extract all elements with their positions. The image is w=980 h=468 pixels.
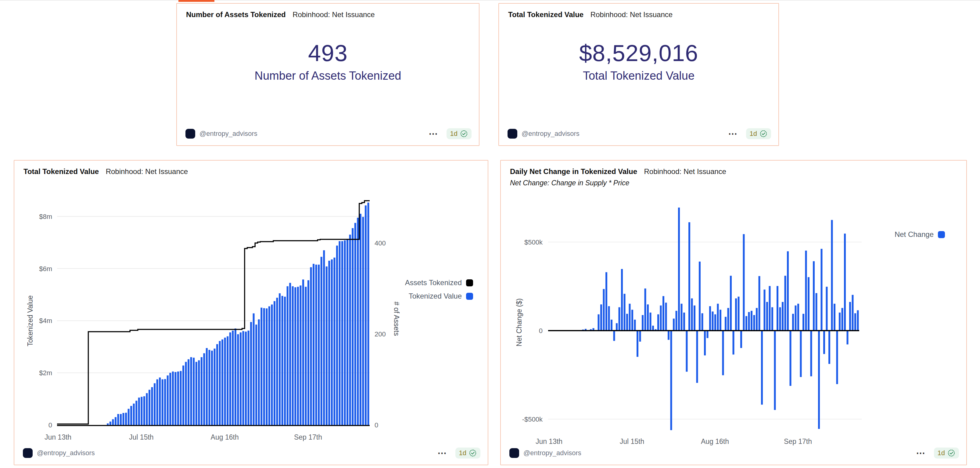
verified-check-icon xyxy=(947,449,955,457)
author-handle[interactable]: @entropy_advisors xyxy=(37,449,95,457)
card-tokenized-value-chart: 0$2m$4m$6m$8m0200400Jun 13thJul 15thAug … xyxy=(14,160,488,465)
card-title: Number of Assets Tokenized xyxy=(186,10,286,19)
entropy-advisors-logo xyxy=(23,448,33,458)
legend-item-tokenized-value[interactable]: Tokenized Value xyxy=(409,292,473,300)
svg-text:Sep 17th: Sep 17th xyxy=(294,433,322,441)
svg-text:Jun 13th: Jun 13th xyxy=(45,433,72,441)
entropy-advisors-logo xyxy=(509,448,519,458)
svg-text:Sep 17th: Sep 17th xyxy=(784,438,812,446)
entropy-advisors-logo xyxy=(508,129,517,139)
legend-item-assets-tokenized[interactable]: Assets Tokenized xyxy=(405,278,473,287)
age-label: 1d xyxy=(938,449,945,457)
y-axis-title: Net Change ($) xyxy=(515,298,523,346)
card-daily-net-change-chart: -$500k0$500kJun 13thJul 15thAug 16thSep … xyxy=(500,160,967,465)
svg-text:Jul 15th: Jul 15th xyxy=(129,433,154,441)
card-title: Total Tokenized Value xyxy=(508,10,584,19)
card-number-of-assets: Number of Assets Tokenized Robinhood: Ne… xyxy=(176,3,479,146)
svg-text:$2m: $2m xyxy=(39,369,52,377)
stat-label: Total Tokenized Value xyxy=(499,69,778,82)
more-menu-icon[interactable]: ⋯ xyxy=(916,450,926,456)
card-subtitle: Robinhood: Net Issuance xyxy=(590,10,673,19)
card-subtitle: Robinhood: Net Issuance xyxy=(293,10,375,19)
legend-label: Assets Tokenized xyxy=(405,278,462,287)
svg-text:200: 200 xyxy=(375,330,386,338)
svg-text:Aug 16th: Aug 16th xyxy=(211,433,239,441)
more-menu-icon[interactable]: ⋯ xyxy=(438,450,447,456)
chart-subnote: Net Change: Change in Supply * Price xyxy=(510,179,629,187)
svg-text:0: 0 xyxy=(375,421,378,429)
card-subtitle: Robinhood: Net Issuance xyxy=(106,167,188,176)
more-menu-icon[interactable]: ⋯ xyxy=(729,131,738,137)
freshness-badge[interactable]: 1d xyxy=(934,447,959,458)
card-title: Total Tokenized Value xyxy=(24,167,99,176)
card-total-tokenized-value: Total Tokenized Value Robinhood: Net Iss… xyxy=(498,3,779,146)
y-axis-title-right: # of Assets xyxy=(392,302,401,336)
svg-text:$6m: $6m xyxy=(39,265,52,273)
card-subtitle: Robinhood: Net Issuance xyxy=(644,167,726,176)
svg-text:Jul 15th: Jul 15th xyxy=(620,438,644,446)
stat-value: 493 xyxy=(177,40,479,66)
verified-check-icon xyxy=(460,130,468,138)
freshness-badge[interactable]: 1d xyxy=(455,447,480,458)
stat-label: Number of Assets Tokenized xyxy=(177,69,479,82)
svg-text:-$500k: -$500k xyxy=(522,415,543,423)
svg-text:0: 0 xyxy=(539,327,542,335)
author-handle[interactable]: @entropy_advisors xyxy=(522,130,579,138)
age-label: 1d xyxy=(459,449,466,457)
net-change-chart-canvas[interactable]: -$500k0$500kJun 13thJul 15thAug 16thSep … xyxy=(501,161,966,465)
author-handle[interactable]: @entropy_advisors xyxy=(523,449,581,457)
freshness-badge[interactable]: 1d xyxy=(447,128,471,139)
svg-text:$500k: $500k xyxy=(524,238,543,246)
legend-swatch-black xyxy=(466,280,473,286)
svg-text:Aug 16th: Aug 16th xyxy=(701,438,729,446)
svg-text:Jun 13th: Jun 13th xyxy=(536,438,562,446)
verified-check-icon xyxy=(469,449,477,457)
y-axis-title-left: Tokenized Value xyxy=(26,295,35,346)
age-label: 1d xyxy=(750,130,757,138)
legend-label: Tokenized Value xyxy=(409,292,462,300)
freshness-badge[interactable]: 1d xyxy=(746,128,771,139)
legend-item-net-change[interactable]: Net Change xyxy=(895,230,945,239)
legend-label: Net Change xyxy=(895,230,934,239)
verified-check-icon xyxy=(759,130,767,138)
legend-swatch-blue xyxy=(938,231,945,238)
legend-swatch-blue xyxy=(466,293,473,300)
svg-text:400: 400 xyxy=(375,240,386,247)
top-hairline xyxy=(0,0,980,1)
age-label: 1d xyxy=(450,130,458,138)
tokenized-value-chart-canvas[interactable]: 0$2m$4m$6m$8m0200400Jun 13thJul 15thAug … xyxy=(14,161,488,465)
card-title: Daily Net Change in Tokenized Value xyxy=(510,167,637,176)
entropy-advisors-logo xyxy=(185,129,195,139)
tab-accent-bar xyxy=(178,0,215,2)
author-handle[interactable]: @entropy_advisors xyxy=(199,130,258,138)
stat-value: $8,529,016 xyxy=(499,40,778,66)
more-menu-icon[interactable]: ⋯ xyxy=(429,131,439,137)
svg-text:0: 0 xyxy=(48,421,52,429)
svg-text:$8m: $8m xyxy=(39,213,52,220)
svg-text:$4m: $4m xyxy=(39,317,52,324)
